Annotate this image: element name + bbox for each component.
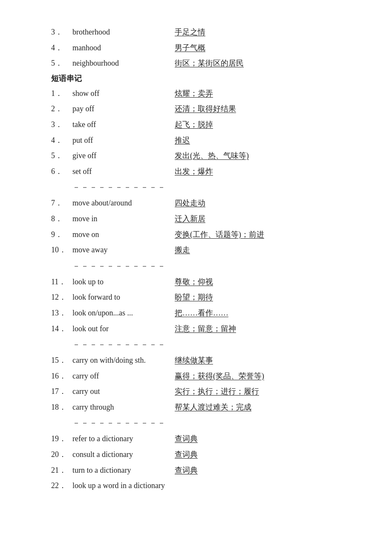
- entry-term-set-off: set off: [72, 165, 175, 178]
- entry-num-p19: 19．: [51, 432, 72, 445]
- entry-row-carry-off: 16． carry off 赢得；获得(奖品、荣誉等): [51, 370, 341, 383]
- entry-def-set-off: 出发；爆炸: [175, 165, 213, 178]
- entry-num-p10: 10．: [51, 243, 72, 257]
- entry-num-p15: 15．: [51, 354, 72, 367]
- entry-term-carry-on: carry on with/doing sth.: [72, 354, 175, 367]
- entry-term-look-forward-to: look forward to: [72, 291, 175, 304]
- phrases-group4: 15． carry on with/doing sth. 继续做某事 16． c…: [51, 354, 341, 413]
- entry-def-turn-to: 查词典: [175, 464, 198, 477]
- entry-num-p13: 13．: [51, 306, 72, 320]
- entry-row-look-on: 13． look on/upon...as ... 把……看作……: [51, 306, 341, 320]
- entry-term-brotherhood: brotherhood: [72, 26, 175, 39]
- entry-row-give-off: 5． give off 发出(光、热、气味等): [51, 149, 341, 162]
- entry-term-turn-to: turn to a dictionary: [72, 464, 175, 477]
- entry-def-move-about: 四处走动: [175, 197, 205, 210]
- entry-def-neighbourhood: 街区；某街区的居民: [175, 57, 244, 70]
- divider-3: －－－－－－－－－－－: [72, 339, 341, 350]
- divider-1: －－－－－－－－－－－: [72, 182, 341, 192]
- entry-num-p22: 22．: [51, 479, 72, 492]
- entry-row-move-about: 7． move about/around 四处走动: [51, 197, 341, 210]
- entry-row-set-off: 6． set off 出发；爆炸: [51, 165, 341, 178]
- entry-term-carry-off: carry off: [72, 370, 175, 383]
- top-entries-section: 3． brotherhood 手足之情 4． manhood 男子气概 5． n…: [51, 26, 341, 70]
- entry-term-consult: consult a dictionary: [72, 448, 175, 461]
- entry-term-take-off: take off: [72, 118, 175, 131]
- entry-def-move-on: 变换(工作、话题等)；前进: [175, 228, 264, 241]
- entry-def-carry-off: 赢得；获得(奖品、荣誉等): [175, 370, 264, 383]
- entry-num-p4: 4．: [51, 134, 72, 147]
- entry-def-manhood: 男子气概: [175, 41, 205, 55]
- entry-num-p1: 1．: [51, 87, 72, 100]
- section-header: 短语串记: [51, 73, 341, 84]
- entry-def-carry-out: 实行；执行；进行；履行: [175, 385, 259, 398]
- entry-num-p17: 17．: [51, 385, 72, 398]
- entry-row-show-off: 1． show off 炫耀；卖弄: [51, 87, 341, 100]
- entry-def-look-up-to: 尊敬；仰视: [175, 275, 213, 289]
- entry-row-pay-off: 2． pay off 还清；取得好结果: [51, 102, 341, 116]
- entry-num-p16: 16．: [51, 370, 72, 383]
- phrases-group1: 1． show off 炫耀；卖弄 2． pay off 还清；取得好结果 3．…: [51, 87, 341, 178]
- entry-row-move-away: 10． move away 搬走: [51, 243, 341, 257]
- entry-term-move-in: move in: [72, 212, 175, 225]
- entry-row-manhood: 4． manhood 男子气概: [51, 41, 341, 55]
- entry-term-move-on: move on: [72, 228, 175, 241]
- phrases-group5: 19． refer to a dictionary 查词典 20． consul…: [51, 432, 341, 492]
- entry-term-move-about: move about/around: [72, 197, 175, 210]
- entry-term-look-up-word: look up a word in a dictionary: [72, 479, 175, 492]
- entry-term-show-off: show off: [72, 87, 175, 100]
- entry-def-carry-on: 继续做某事: [175, 354, 213, 367]
- entry-row-turn-to: 21． turn to a dictionary 查词典: [51, 464, 341, 477]
- entry-num-p20: 20．: [51, 448, 72, 461]
- entry-row-move-in: 8． move in 迁入新居: [51, 212, 341, 225]
- entry-num-p12: 12．: [51, 291, 72, 304]
- entry-num-p14: 14．: [51, 322, 72, 335]
- entry-def-brotherhood: 手足之情: [175, 26, 205, 39]
- entry-row-carry-through: 18． carry through 帮某人渡过难关；完成: [51, 401, 341, 414]
- entry-term-pay-off: pay off: [72, 102, 175, 116]
- entry-row-put-off: 4． put off 推迟: [51, 134, 341, 147]
- entry-term-refer-to: refer to a dictionary: [72, 432, 175, 445]
- entry-num-p18: 18．: [51, 401, 72, 414]
- entry-num-3: 3．: [51, 26, 72, 39]
- entry-term-neighbourhood: neighbourhood: [72, 57, 175, 70]
- entry-row-look-out-for: 14． look out for 注意；留意；留神: [51, 322, 341, 335]
- entry-def-consult: 查词典: [175, 448, 198, 461]
- entry-term-carry-out: carry out: [72, 385, 175, 398]
- entry-row-take-off: 3． take off 起飞；脱掉: [51, 118, 341, 131]
- entry-row-brotherhood: 3． brotherhood 手足之情: [51, 26, 341, 39]
- entry-num-p9: 9．: [51, 228, 72, 241]
- entry-term-give-off: give off: [72, 149, 175, 162]
- entry-num-p8: 8．: [51, 212, 72, 225]
- entry-term-look-on: look on/upon...as ...: [72, 306, 175, 320]
- entry-row-neighbourhood: 5． neighbourhood 街区；某街区的居民: [51, 57, 341, 70]
- entry-term-manhood: manhood: [72, 41, 175, 55]
- phrases-group3: 11． look up to 尊敬；仰视 12． look forward to…: [51, 275, 341, 335]
- phrases-group2: 7． move about/around 四处走动 8． move in 迁入新…: [51, 197, 341, 256]
- entry-row-consult: 20． consult a dictionary 查词典: [51, 448, 341, 461]
- entry-num-4: 4．: [51, 41, 72, 55]
- entry-term-move-away: move away: [72, 243, 175, 257]
- entry-num-p2: 2．: [51, 102, 72, 116]
- divider-4: －－－－－－－－－－－: [72, 418, 341, 428]
- entry-row-refer-to: 19． refer to a dictionary 查词典: [51, 432, 341, 445]
- entry-row-look-forward-to: 12． look forward to 盼望；期待: [51, 291, 341, 304]
- entry-num-p7: 7．: [51, 197, 72, 210]
- entry-num-p6: 6．: [51, 165, 72, 178]
- entry-def-show-off: 炫耀；卖弄: [175, 87, 213, 100]
- entry-def-pay-off: 还清；取得好结果: [175, 102, 236, 116]
- entry-def-carry-through: 帮某人渡过难关；完成: [175, 401, 251, 414]
- entry-def-refer-to: 查词典: [175, 432, 198, 445]
- entry-num-p21: 21．: [51, 464, 72, 477]
- entry-def-move-away: 搬走: [175, 243, 190, 257]
- entry-num-p5: 5．: [51, 149, 72, 162]
- entry-def-give-off: 发出(光、热、气味等): [175, 149, 249, 162]
- entry-row-carry-out: 17． carry out 实行；执行；进行；履行: [51, 385, 341, 398]
- entry-def-move-in: 迁入新居: [175, 212, 205, 225]
- entry-term-look-out-for: look out for: [72, 322, 175, 335]
- entry-term-look-up-to: look up to: [72, 275, 175, 289]
- entry-row-look-up-word: 22． look up a word in a dictionary: [51, 479, 341, 492]
- entry-def-put-off: 推迟: [175, 134, 190, 147]
- entry-num-p11: 11．: [51, 275, 72, 289]
- entry-term-carry-through: carry through: [72, 401, 175, 414]
- entry-def-look-out-for: 注意；留意；留神: [175, 322, 236, 335]
